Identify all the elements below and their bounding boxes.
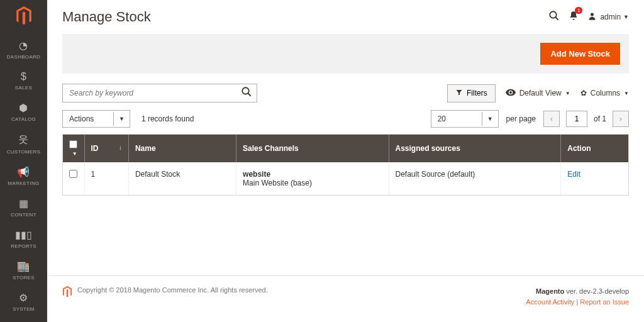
page-input[interactable]: [566, 111, 587, 127]
person-icon: 웃: [0, 133, 47, 147]
sort-arrow-icon: ↓: [119, 144, 122, 151]
user-name: admin: [600, 13, 621, 21]
prev-page-button[interactable]: ‹: [543, 111, 560, 127]
nav-stores[interactable]: 🏬STORES: [0, 255, 47, 287]
row-checkbox[interactable]: [69, 170, 77, 178]
col-action: Action: [561, 135, 628, 162]
gauge-icon: ◔: [0, 40, 47, 52]
main-content: Manage Stock 1 admin ▼ Add New Stock: [47, 0, 644, 322]
svg-line-4: [248, 93, 251, 96]
sidebar: ◔DASHBOARD $SALES ⬢CATALOG 웃CUSTOMERS 📢M…: [0, 0, 47, 322]
notifications-icon[interactable]: 1: [569, 11, 579, 23]
col-select-all[interactable]: ▼: [63, 135, 84, 162]
chart-icon: ▮▮▯: [0, 229, 47, 241]
cell-assigned-sources: Default Source (default): [389, 162, 561, 195]
nav-sales[interactable]: $SALES: [0, 66, 47, 97]
gear-icon: ✿: [580, 89, 587, 97]
nav-catalog[interactable]: ⬢CATALOG: [0, 97, 47, 128]
primary-toolbar: Add New Stock: [62, 34, 629, 74]
table-row: 1 Default Stock website Main Website (ba…: [63, 162, 628, 195]
svg-point-0: [550, 11, 557, 18]
per-page-select[interactable]: 20 ▼: [431, 110, 499, 128]
search-icon[interactable]: [548, 10, 560, 24]
filters-button[interactable]: Filters: [447, 84, 496, 103]
box-icon: ⬢: [0, 102, 47, 114]
pager: ‹ of 1 ›: [543, 111, 629, 127]
records-count: 1 records found: [142, 114, 194, 123]
search-submit-icon[interactable]: [241, 86, 252, 100]
default-view-dropdown[interactable]: Default View ▼: [506, 89, 570, 98]
edit-link[interactable]: Edit: [567, 170, 580, 179]
nav-system[interactable]: ⚙SYSTEM: [0, 287, 47, 318]
funnel-icon: [455, 89, 463, 98]
caret-down-icon: ▼: [623, 14, 629, 20]
footer-brand: Magento: [536, 287, 564, 295]
user-icon: [587, 11, 597, 23]
col-name[interactable]: Name: [128, 135, 236, 162]
store-icon: 🏬: [0, 260, 47, 272]
layout-icon: ▦: [0, 197, 47, 209]
gear-icon: ⚙: [0, 292, 47, 304]
col-sales-channels[interactable]: Sales Channels: [236, 135, 389, 162]
nav-dashboard[interactable]: ◔DASHBOARD: [0, 35, 47, 66]
nav-customers[interactable]: 웃CUSTOMERS: [0, 128, 47, 161]
copyright-text: Copyright © 2018 Magento Commerce Inc. A…: [77, 286, 268, 294]
per-page-label: per page: [506, 114, 536, 123]
controls-row-2: Actions ▼ 1 records found 20 ▼ per page …: [47, 103, 644, 134]
footer: Copyright © 2018 Magento Commerce Inc. A…: [47, 275, 644, 322]
caret-down-icon: ▼: [482, 112, 498, 126]
page-total: of 1: [594, 114, 606, 123]
page-header: Manage Stock 1 admin ▼: [47, 0, 644, 25]
col-assigned-sources[interactable]: Assigned sources: [389, 135, 561, 162]
nav-partners[interactable]: ✦FIND PARTNERS & EXTENSIONS: [0, 318, 47, 322]
nav-reports[interactable]: ▮▮▯REPORTS: [0, 224, 47, 255]
caret-down-icon: ▼: [565, 91, 570, 96]
page-title: Manage Stock: [62, 9, 540, 25]
cell-sales-channels: website Main Website (base): [236, 162, 389, 195]
notification-badge: 1: [575, 7, 582, 14]
svg-point-3: [242, 87, 249, 94]
caret-down-icon: ▼: [72, 151, 77, 157]
megaphone-icon: 📢: [0, 166, 47, 178]
dollar-icon: $: [0, 71, 47, 82]
svg-point-2: [591, 13, 594, 16]
columns-dropdown[interactable]: ✿ Columns ▼: [580, 89, 629, 97]
account-activity-link[interactable]: Account Activity: [526, 298, 574, 306]
search-wrap: [62, 84, 257, 103]
select-all-checkbox[interactable]: [69, 140, 77, 148]
stock-grid: ▼ ID↓ Name Sales Channels Assigned sourc…: [62, 134, 629, 196]
magento-logo-small: [62, 286, 72, 300]
caret-down-icon: ▼: [113, 112, 130, 126]
next-page-button[interactable]: ›: [613, 111, 629, 127]
magento-logo: [16, 6, 32, 27]
cell-id: 1: [84, 162, 128, 195]
search-input[interactable]: [62, 84, 257, 103]
caret-down-icon: ▼: [624, 91, 629, 96]
controls-row-1: Filters Default View ▼ ✿ Columns ▼: [47, 74, 644, 103]
nav-marketing[interactable]: 📢MARKETING: [0, 161, 47, 192]
eye-icon: [506, 89, 516, 98]
actions-dropdown[interactable]: Actions ▼: [62, 110, 130, 128]
nav-content[interactable]: ▦CONTENT: [0, 192, 47, 224]
svg-line-1: [556, 17, 559, 20]
footer-version: ver. dev-2.3-develop: [566, 287, 629, 295]
col-id[interactable]: ID↓: [84, 135, 128, 162]
cell-action: Edit: [561, 162, 628, 195]
user-menu[interactable]: admin ▼: [587, 11, 629, 23]
add-new-stock-button[interactable]: Add New Stock: [540, 43, 620, 65]
report-issue-link[interactable]: Report an Issue: [580, 298, 629, 306]
cell-name: Default Stock: [128, 162, 236, 195]
